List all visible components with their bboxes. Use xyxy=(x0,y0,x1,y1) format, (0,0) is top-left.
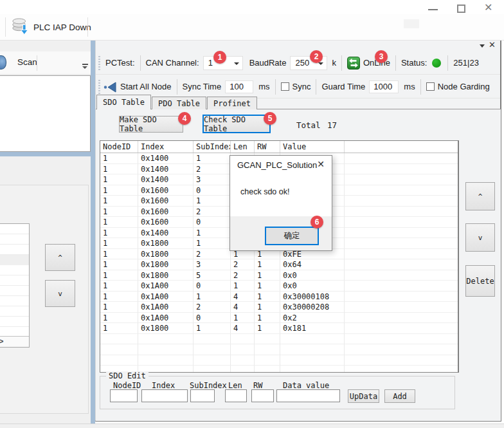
sync-checkbox[interactable] xyxy=(281,82,289,91)
move-down-button[interactable]: v xyxy=(45,280,75,307)
table-cell: 4 xyxy=(231,292,255,302)
row-up-button[interactable]: ^ xyxy=(465,182,495,210)
table-cell: 2 xyxy=(194,302,231,313)
chevron-down-icon xyxy=(318,62,323,65)
edit-subindex-input[interactable] xyxy=(190,389,215,402)
horizontal-splitter[interactable] xyxy=(0,152,91,156)
toolbar-dropdown-icon[interactable] xyxy=(480,44,485,48)
toolbar-separator xyxy=(177,79,177,95)
table-cell: 0x1800 xyxy=(138,249,194,260)
table-cell xyxy=(255,366,280,373)
table-row-empty[interactable] xyxy=(100,344,458,355)
sync-time-input[interactable]: 100 xyxy=(225,80,253,93)
toolbar-separator xyxy=(5,17,6,37)
table-cell: 0x1600 xyxy=(138,207,194,218)
tab-profinet[interactable]: Profinet xyxy=(207,97,257,109)
table-row-empty[interactable] xyxy=(100,366,458,373)
list-selected-row[interactable] xyxy=(0,255,29,265)
table-cell xyxy=(255,355,280,366)
left-list-box[interactable]: > xyxy=(0,223,30,348)
scan-button[interactable]: Scan xyxy=(17,57,37,67)
add-button[interactable]: Add xyxy=(384,389,415,403)
table-cell xyxy=(100,334,138,345)
guard-time-value: 1000 xyxy=(374,82,392,91)
table-cell xyxy=(345,185,458,196)
toolbar-separator xyxy=(420,79,421,95)
toolbar-grip[interactable] xyxy=(98,80,100,94)
col-header-index: Index xyxy=(138,141,194,153)
col-header-len: Len xyxy=(231,141,255,153)
close-icon[interactable]: ✕ xyxy=(484,2,492,14)
chevron-right-icon[interactable]: > xyxy=(0,337,3,345)
table-cell: 1 xyxy=(231,313,255,324)
table-row[interactable]: 10x1A002410x30000208 xyxy=(100,302,458,313)
table-cell: 1 xyxy=(194,196,231,207)
table-cell: 0x1600 xyxy=(138,185,194,196)
table-cell xyxy=(255,334,280,345)
table-cell xyxy=(280,355,345,366)
edit-index-input[interactable] xyxy=(141,389,188,402)
edit-subindex-label: SubIndex xyxy=(190,381,227,390)
guard-time-unit: ms xyxy=(404,82,415,91)
toolbar-grip[interactable] xyxy=(98,56,100,70)
table-row[interactable]: 10x1A001410x30000108 xyxy=(100,292,458,302)
updata-button[interactable]: UpData xyxy=(348,389,379,403)
dialog-ok-button[interactable]: 确定 xyxy=(265,227,319,245)
table-cell: 1 xyxy=(194,292,231,302)
table-row[interactable]: 10x18005210x0 xyxy=(100,270,458,281)
table-cell: 0 xyxy=(194,185,231,196)
app-window: ✕ PLC IAP Down Scan xyxy=(0,0,504,428)
tab-pdo-table[interactable]: PDO Table xyxy=(152,97,206,109)
table-row[interactable]: 10x18001410x181 xyxy=(100,323,458,334)
table-row[interactable]: 10x1A000110x2 xyxy=(100,313,458,324)
move-up-button[interactable]: ^ xyxy=(45,244,75,271)
table-cell: 0 xyxy=(194,217,231,228)
table-cell: 0x30000208 xyxy=(280,302,345,313)
edit-rw-label: RW xyxy=(253,381,262,390)
table-cell: 2 xyxy=(231,270,255,281)
table-cell xyxy=(345,302,458,313)
table-row[interactable]: 10x1A000110x0 xyxy=(100,281,458,292)
online-icon[interactable] xyxy=(347,57,360,70)
col-header-filler xyxy=(345,141,458,153)
table-cell: 1 xyxy=(100,196,138,207)
table-header-row: NodeID Index SubIndex Len RW Value xyxy=(100,141,458,153)
tab-sdo-table[interactable]: SDO Table xyxy=(96,95,151,109)
vertical-splitter[interactable] xyxy=(91,41,95,423)
table-cell xyxy=(280,334,345,345)
table-row-empty[interactable] xyxy=(100,355,458,366)
status-label: Status: xyxy=(401,58,427,68)
table-cell: 0x1400 xyxy=(138,174,194,185)
toolbar-close-icon[interactable]: ✕ xyxy=(489,40,496,50)
edit-nodeid-label: NodeID xyxy=(113,381,141,390)
edit-nodeid-input[interactable] xyxy=(110,389,138,402)
node-list-box[interactable] xyxy=(0,75,91,152)
sync-time-label: Sync Time xyxy=(183,82,222,91)
start-all-node-button[interactable]: Start All Node xyxy=(120,82,172,91)
table-cell: 1 xyxy=(100,207,138,218)
sync-checkbox-label: Sync xyxy=(292,82,311,91)
edit-len-label: Len xyxy=(228,381,242,390)
dialog-close-icon[interactable]: ✕ xyxy=(317,159,325,169)
delete-button[interactable]: Delete xyxy=(465,265,495,297)
minimize-icon[interactable] xyxy=(428,9,438,10)
row-down-button[interactable]: v xyxy=(465,223,495,252)
guard-time-input[interactable]: 1000 xyxy=(369,80,399,93)
maximize-icon[interactable] xyxy=(457,5,465,13)
table-row[interactable]: 10x18003210x64 xyxy=(100,259,458,270)
table-row-empty[interactable] xyxy=(100,334,458,345)
toolbar-overflow-icon[interactable] xyxy=(81,64,89,69)
edit-len-input[interactable] xyxy=(225,389,247,402)
table-cell: 0x2 xyxy=(280,313,345,324)
plc-iap-down-button[interactable]: PLC IAP Down xyxy=(8,16,95,38)
table-cell xyxy=(345,207,458,218)
edit-data-value-input[interactable] xyxy=(276,389,340,402)
check-sdo-table-button[interactable]: Check SDO Table xyxy=(203,115,271,133)
table-cell: 0x1A00 xyxy=(138,313,194,324)
node-garding-checkbox[interactable] xyxy=(426,82,435,91)
table-cell: 1 xyxy=(255,259,280,270)
make-sdo-table-button[interactable]: Make SDO Table xyxy=(119,116,183,133)
edit-rw-input[interactable] xyxy=(251,389,274,402)
table-cell: 1 xyxy=(100,323,138,334)
table-cell xyxy=(345,259,458,270)
